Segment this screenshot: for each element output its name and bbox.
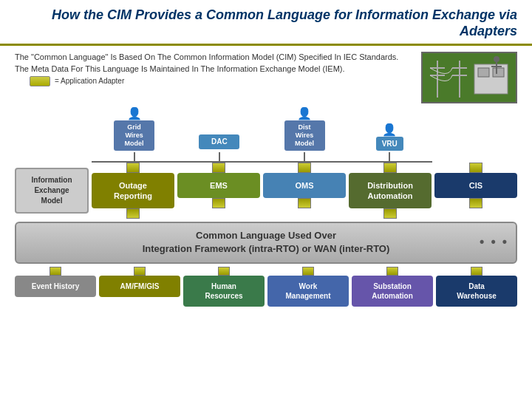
- more-dots: • • •: [480, 233, 508, 252]
- cis-box: CIS: [434, 163, 517, 219]
- ems-btn[interactable]: EMS: [177, 173, 260, 198]
- grid-wires-model-label: GridWiresModel: [114, 120, 154, 150]
- dist-wires-model-label: DistWiresModel: [284, 120, 325, 150]
- human-resources-box: HumanResources: [183, 267, 265, 307]
- power-infrastructure-image: [421, 52, 517, 103]
- ems-box: EMS: [177, 163, 260, 219]
- substation-automation-box: SubstationAutomation: [352, 267, 433, 307]
- intro-section: The "Common Language" Is Based On The Co…: [0, 46, 532, 106]
- event-history-btn[interactable]: Event History: [15, 276, 96, 297]
- distribution-automation-box: DistributionAutomation: [349, 163, 432, 219]
- human-resources-btn[interactable]: HumanResources: [183, 276, 265, 307]
- data-warehouse-box: DataWarehouse: [436, 267, 517, 307]
- svg-rect-9: [493, 68, 504, 77]
- integration-banner: Common Language Used Over Integration Fr…: [15, 222, 517, 263]
- cis-btn[interactable]: CIS: [434, 173, 517, 198]
- iem-box: InformationExchangeModel: [15, 168, 89, 214]
- distribution-automation-btn[interactable]: DistributionAutomation: [349, 173, 432, 209]
- data-warehouse-btn[interactable]: DataWarehouse: [436, 276, 517, 307]
- svg-rect-8: [478, 68, 489, 77]
- diagram: 👤 GridWiresModel DAC 👤 DistWiresModel 👤 …: [0, 106, 532, 306]
- work-management-box: WorkManagement: [267, 267, 349, 307]
- oms-box: OMS: [263, 163, 346, 219]
- outage-reporting-btn[interactable]: OutageReporting: [92, 173, 174, 209]
- bottom-row: Event History AM/FM/GIS HumanResources W…: [15, 267, 517, 307]
- power-svg: [423, 53, 516, 102]
- adapter-legend-icon: [30, 76, 50, 86]
- am-fm-gis-box: AM/FM/GIS: [99, 267, 180, 307]
- svg-point-10: [494, 56, 499, 62]
- slide-title: How the CIM Provides a Common Language f…: [15, 7, 517, 39]
- event-history-box: Event History: [15, 267, 96, 307]
- legend-label: = Application Adapter: [55, 77, 124, 85]
- slide: How the CIM Provides a Common Language f…: [0, 0, 532, 399]
- header: How the CIM Provides a Common Language f…: [0, 0, 532, 46]
- am-fm-gis-btn[interactable]: AM/FM/GIS: [99, 276, 180, 297]
- app-row: InformationExchangeModel OutageReporting…: [15, 163, 517, 219]
- vru-label: VRU: [376, 137, 403, 151]
- outage-reporting-box: OutageReporting: [92, 163, 174, 219]
- intro-text: The "Common Language" Is Based On The Co…: [15, 52, 414, 75]
- legend: = Application Adapter: [15, 75, 414, 89]
- substation-automation-btn[interactable]: SubstationAutomation: [352, 276, 433, 307]
- dac-label: DAC: [199, 134, 239, 149]
- work-management-btn[interactable]: WorkManagement: [267, 276, 349, 307]
- oms-btn[interactable]: OMS: [263, 173, 346, 198]
